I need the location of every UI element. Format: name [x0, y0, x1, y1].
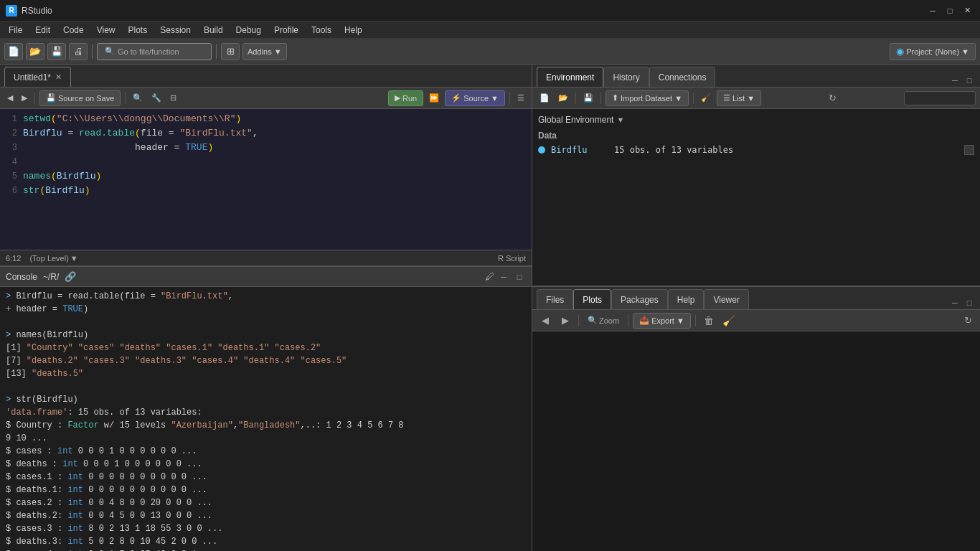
zoom-icon: 🔍: [588, 316, 598, 325]
files-maximize-button[interactable]: □: [963, 296, 976, 309]
menu-bar: File Edit Code View Plots Session Build …: [0, 22, 980, 39]
app-icon: R: [6, 5, 17, 17]
list-view-button[interactable]: ☰ List ▼: [717, 90, 761, 106]
menu-file[interactable]: File: [3, 24, 28, 37]
goto-file-label: Go to file/function: [118, 47, 179, 56]
plots-forward-button[interactable]: ▶: [557, 313, 574, 329]
plots-delete-button[interactable]: 🗑: [700, 313, 717, 329]
files-minimize-button[interactable]: ─: [948, 296, 961, 309]
plots-tab[interactable]: Plots: [573, 289, 611, 309]
env-open-button[interactable]: 📂: [555, 90, 571, 106]
minimize-button[interactable]: ─: [925, 4, 940, 17]
addins-button[interactable]: Addins ▼: [242, 43, 287, 60]
source-icon: ⚡: [451, 93, 461, 103]
goto-file-button[interactable]: 🔍 Go to file/function: [97, 43, 212, 60]
editor-tools-button[interactable]: 🔧: [149, 90, 164, 106]
environment-search-input[interactable]: [904, 91, 976, 105]
menu-session[interactable]: Session: [154, 24, 197, 37]
help-tab[interactable]: Help: [668, 289, 705, 309]
env-refresh-button[interactable]: ↻: [825, 90, 841, 106]
source-button[interactable]: ⚡ Source ▼: [445, 90, 505, 106]
open-file-button[interactable]: 📂: [26, 43, 44, 60]
packages-tab[interactable]: Packages: [611, 289, 668, 309]
birdflu-info-label: 15 obs. of 13 variables: [614, 145, 733, 155]
console-line-12: $ deaths : int 0 0 0 1 0 0 0 0 0 0 ...: [6, 458, 526, 471]
console-line-16: $ deaths.2: int 0 0 4 5 0 0 13 0 0 0 ...: [6, 509, 526, 522]
env-brush-button[interactable]: 🧹: [698, 90, 714, 106]
editor-forward-button[interactable]: ▶: [19, 90, 30, 106]
editor-tabs: Untitled1* ✕: [0, 65, 532, 88]
maximize-button[interactable]: □: [943, 4, 957, 17]
menu-plots[interactable]: Plots: [123, 24, 154, 37]
data-section: Data Birdflu 15 obs. of 13 variables: [538, 131, 974, 156]
menu-build[interactable]: Build: [198, 24, 229, 37]
files-tab[interactable]: Files: [537, 289, 573, 309]
import-dataset-button[interactable]: ⬆ Import Dataset ▼: [606, 90, 689, 106]
app-title: RStudio: [22, 6, 52, 16]
console-area: Console ~/R/ 🔗 🖊 ─ □ > Birdflu = read.ta…: [0, 265, 532, 551]
console-content[interactable]: > Birdflu = read.table(file = "BirdFlu.t…: [0, 287, 532, 551]
import-icon: ⬆: [612, 93, 618, 103]
plots-clear-button[interactable]: 🧹: [720, 313, 738, 329]
menu-tools[interactable]: Tools: [306, 24, 337, 37]
menu-profile[interactable]: Profile: [268, 24, 304, 37]
editor-tab-untitled1[interactable]: Untitled1* ✕: [4, 67, 71, 87]
birdflu-expand-button[interactable]: [964, 145, 974, 155]
connections-tab[interactable]: Connections: [649, 67, 716, 87]
new-file-button[interactable]: 📄: [4, 43, 23, 60]
console-line-13: $ cases.1 : int 0 0 0 0 0 0 0 0 0 0 ...: [6, 471, 526, 484]
menu-debug[interactable]: Debug: [230, 24, 267, 37]
console-path-label: ~/R/: [43, 272, 59, 282]
zoom-button[interactable]: 🔍 Zoom: [583, 313, 623, 329]
title-bar: R RStudio ─ □ ✕: [0, 0, 980, 22]
console-minimize-button[interactable]: ─: [497, 270, 510, 283]
env-maximize-button[interactable]: □: [963, 74, 976, 87]
console-maximize-button[interactable]: □: [513, 270, 526, 283]
console-header: Console ~/R/ 🔗 🖊 ─ □: [0, 267, 532, 287]
env-minimize-button[interactable]: ─: [948, 74, 961, 87]
files-refresh-button[interactable]: ↻: [960, 313, 976, 329]
ed-sep-1: [34, 93, 35, 104]
environment-tab[interactable]: Environment: [537, 67, 603, 87]
editor-back-button[interactable]: ◀: [4, 90, 16, 106]
console-clear-button[interactable]: 🖊: [485, 271, 494, 282]
editor-tab-close-icon[interactable]: ✕: [55, 72, 62, 82]
export-button[interactable]: 📤 Export ▼: [633, 313, 691, 329]
console-line-10: 9 10 ...: [6, 432, 526, 445]
env-save-button[interactable]: 💾: [580, 90, 596, 106]
code-line-1: 1 setwd("C:\\Users\\dongg\\Documents\\R"…: [0, 112, 532, 126]
print-button[interactable]: 🖨: [69, 43, 88, 60]
editor-grid-button[interactable]: ⊟: [167, 90, 179, 106]
run-next-button[interactable]: ⏩: [426, 90, 442, 106]
source-save-button[interactable]: 💾 Source on Save: [39, 90, 121, 106]
history-tab[interactable]: History: [603, 67, 649, 87]
env-new-button[interactable]: 📄: [537, 90, 552, 106]
code-editor[interactable]: 1 setwd("C:\\Users\\dongg\\Documents\\R"…: [0, 109, 532, 250]
menu-edit[interactable]: Edit: [29, 24, 56, 37]
grid-button[interactable]: ⊞: [221, 43, 240, 60]
editor-menu-button[interactable]: ☰: [514, 90, 527, 106]
run-button[interactable]: ▶ Run: [388, 90, 423, 106]
editor-search-button[interactable]: 🔍: [130, 90, 146, 106]
birdflu-name-label: Birdflu: [551, 145, 608, 155]
menu-view[interactable]: View: [91, 24, 121, 37]
plots-back-button[interactable]: ◀: [537, 313, 554, 329]
editor-status-bar: 6:12 (Top Level) ▼ R Script: [0, 250, 532, 265]
console-line-7: > str(Birdflu): [6, 393, 526, 406]
console-line-15: $ cases.2 : int 0 0 4 8 0 0 20 0 0 0 ...: [6, 496, 526, 509]
viewer-tab[interactable]: Viewer: [704, 289, 748, 309]
console-link-icon[interactable]: 🔗: [65, 271, 76, 282]
files-panel-controls: ─ □: [948, 296, 976, 309]
scope-label[interactable]: (Top Level) ▼: [29, 254, 77, 263]
save-button[interactable]: 💾: [47, 43, 66, 60]
code-line-3: 3 header = TRUE): [0, 141, 532, 155]
export-icon: 📤: [639, 316, 649, 325]
menu-help[interactable]: Help: [339, 24, 368, 37]
code-line-5: 5 names(Birdflu): [0, 169, 532, 184]
close-button[interactable]: ✕: [960, 4, 974, 17]
project-button[interactable]: ◉ Project: (None) ▼: [890, 43, 976, 60]
menu-code[interactable]: Code: [57, 24, 90, 37]
script-type-label: R Script: [498, 254, 526, 263]
console-line-5: [7] "deaths.2" "cases.3" "deaths.3" "cas…: [6, 354, 526, 367]
console-blank-1: [6, 316, 526, 329]
